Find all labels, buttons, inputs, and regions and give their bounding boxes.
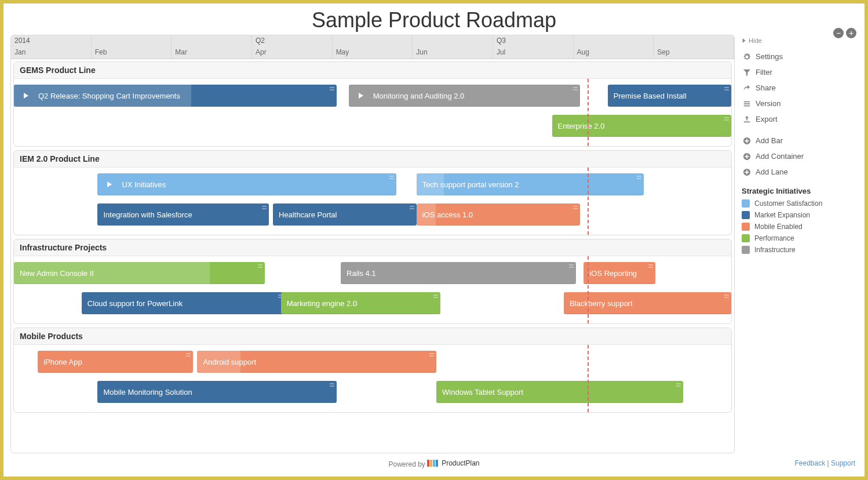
powered-by-label: Powered by [388,460,425,468]
page-title: Sample Product Roadmap [3,3,865,35]
zoom-controls: − + [833,28,856,38]
roadmap-bar[interactable]: Rails 4.1 [341,262,576,284]
roadmap-bar[interactable]: Healthcare Portal [273,203,417,226]
month-cell: Apr [252,46,333,59]
bar-label: Mobile Monitoring Solution [103,388,192,397]
legend-label: Customer Satisfaction [754,199,822,208]
legend-swatch [742,246,750,254]
drag-handle-icon[interactable] [429,353,434,358]
roadmap-bar[interactable]: Enterprise 2.0 [552,115,732,137]
lane-track: iPhone AppAndroid support [14,348,731,375]
drag-handle-icon[interactable] [573,87,578,92]
drag-handle-icon[interactable] [389,176,394,180]
drag-handle-icon[interactable] [410,206,414,210]
hide-label: Hide [749,37,762,44]
sidebar-item-label: Export [756,115,778,123]
sidebar-item-add bar[interactable]: Add Bar [742,133,858,148]
roadmap-bar[interactable]: iOS Reporting [583,262,655,284]
roadmap-bar[interactable]: Blackberry support [564,292,731,314]
lane-body: iPhone AppAndroid supportMobile Monitori… [14,345,731,412]
sidebar-item-export[interactable]: Export [742,111,858,127]
drag-handle-icon[interactable] [330,383,334,388]
sidebar-item-label: Share [756,83,776,92]
roadmap-bar[interactable]: Mobile Monitoring Solution [97,381,337,403]
roadmap-bar[interactable]: iOS access 1.0 [417,203,580,226]
sidebar-item-add lane[interactable]: Add Lane [742,164,858,180]
lane: GEMS Product Line Q2 Release: Shopping C… [13,61,732,147]
bar-label: New Admin Console II [20,269,94,278]
drag-handle-icon[interactable] [258,264,262,269]
roadmap-bar[interactable]: Integration with Salesforce [97,203,269,226]
bar-label: iPhone App [43,358,82,366]
roadmap-bar[interactable]: Monitoring and Auditing 2.0 [349,85,580,107]
sidebar-item-label: Add Lane [756,168,788,176]
roadmap-bar[interactable]: iPhone App [38,351,193,373]
roadmap-bar[interactable]: Tech support portal version 2 [417,173,644,195]
plus-circle-icon [743,168,751,176]
bar-label: Healthcare Portal [279,210,337,219]
bar-label: Q2 Release: Shopping Cart Improvements [38,92,180,100]
drag-handle-icon[interactable] [330,87,334,92]
sidebar-item-label: Add Container [756,152,804,161]
month-cell: Sep [654,46,734,59]
sidebar-item-version[interactable]: Version [742,96,858,111]
roadmap-bar[interactable]: Cloud support for PowerLink [82,292,285,314]
quarter-cell: Q3 [493,35,574,46]
lane-track: New Admin Console IIRails 4.1iOS Reporti… [14,260,731,286]
sidebar-item-settings[interactable]: Settings [742,49,858,64]
expand-icon[interactable] [20,89,32,102]
legend-item: Customer Satisfaction [742,198,858,209]
drag-handle-icon[interactable] [724,294,729,299]
roadmap-bar[interactable]: Marketing engine 2.0 [281,292,440,314]
roadmap-bar[interactable]: Q2 Release: Shopping Cart Improvements [14,85,337,107]
legend-item: Infrastructure [742,244,858,256]
brand-logo[interactable]: ProductPlan [427,459,479,467]
support-link[interactable]: Support [831,459,855,467]
plus-circle-icon [743,137,751,145]
legend-swatch [742,223,750,231]
sidebar-item-share[interactable]: Share [742,80,858,96]
zoom-out-button[interactable]: − [833,28,844,38]
drag-handle-icon[interactable] [676,383,681,388]
quarter-cell [92,35,172,46]
quarter-cell [333,35,413,46]
drag-handle-icon[interactable] [569,264,574,269]
expand-icon[interactable] [103,178,116,191]
roadmap-bar[interactable]: UX Initiatives [97,173,396,195]
lane-title: IEM 2.0 Product Line [14,151,731,168]
month-cell: Jun [413,46,493,59]
quarter-cell [574,35,654,46]
feedback-link[interactable]: Feedback [794,459,825,467]
bar-label: Cloud support for PowerLink [87,299,183,308]
drag-handle-icon[interactable] [724,87,729,92]
expand-icon[interactable] [355,89,367,102]
roadmap-bar[interactable]: Windows Tablet Support [436,381,683,403]
lane-track: Q2 Release: Shopping Cart ImprovementsMo… [14,82,731,109]
month-cell: Feb [92,46,172,59]
lane-track: UX InitiativesTech support portal versio… [14,171,731,198]
drag-handle-icon[interactable] [433,294,438,299]
bar-label: Monitoring and Auditing 2.0 [373,92,465,100]
drag-handle-icon[interactable] [186,353,191,358]
drag-handle-icon[interactable] [637,176,641,180]
drag-handle-icon[interactable] [724,117,729,122]
sidebar-item-add container[interactable]: Add Container [742,148,858,164]
sidebar-item-label: Add Bar [756,136,783,145]
roadmap-bar[interactable]: Android support [197,351,436,373]
legend-label: Performance [754,234,794,242]
roadmap-bar[interactable]: New Admin Console II [14,262,265,284]
roadmap-bar[interactable]: Premise Based Install [608,85,731,107]
lane-track: Integration with SalesforceHealthcare Po… [14,201,731,228]
drag-handle-icon[interactable] [573,206,578,210]
zoom-in-button[interactable]: + [846,28,856,38]
drag-handle-icon[interactable] [648,264,653,269]
lane-title: Infrastructure Projects [14,239,731,256]
drag-handle-icon[interactable] [262,206,267,210]
lane-title: Mobile Products [14,328,731,345]
legend-swatch [742,199,750,208]
bar-label: Tech support portal version 2 [422,180,519,189]
quarter-cell [654,35,734,46]
bar-label: UX Initiatives [122,180,166,189]
legend-heading: Strategic Initiatives [742,187,858,195]
sidebar-item-filter[interactable]: Filter [742,64,858,80]
